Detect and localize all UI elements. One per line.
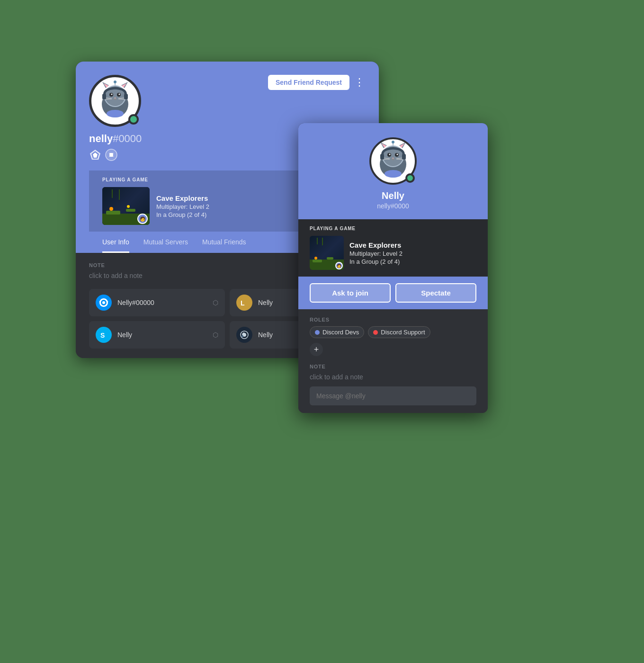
roles-label: ROLES (310, 317, 476, 323)
front-profile-card: Nelly nelly#0000 PLAYING A GAME 🧑 (298, 123, 488, 413)
front-note-field[interactable]: click to add a note (310, 373, 476, 381)
roles-list: Discord Devs Discord Support (310, 326, 476, 338)
league-icon: L (236, 295, 252, 311)
front-playing-section: PLAYING A GAME 🧑 Cave Explorers Multipla… (298, 219, 488, 277)
more-options-button[interactable]: ⋮ (354, 76, 366, 89)
front-online-indicator (405, 173, 415, 183)
back-game-thumbnail: 🧑 (102, 187, 150, 225)
svg-text:S: S (100, 332, 105, 339)
battlenet-link-icon: ⬡ (213, 299, 218, 306)
svg-point-18 (114, 81, 116, 83)
battlenet-account[interactable]: Nelly#00000 ⬡ (89, 289, 225, 316)
front-game-detail2: In a Group (2 of 4) (349, 258, 402, 265)
skype-link-icon: ⬡ (213, 331, 218, 339)
tab-mutual-servers[interactable]: Mutual Servers (143, 232, 188, 253)
back-game-title: Cave Explorers (156, 194, 209, 202)
discord-devs-label: Discord Devs (322, 329, 359, 336)
svg-rect-19 (102, 94, 106, 99)
battlenet-name: Nelly#00000 (117, 299, 207, 306)
front-playing-label: PLAYING A GAME (310, 226, 476, 231)
message-input[interactable] (310, 386, 476, 405)
skype-account[interactable]: S Nelly ⬡ (89, 321, 225, 349)
front-display-name: Nelly (382, 190, 404, 201)
front-game-detail1: Multiplayer: Level 2 (349, 250, 402, 257)
spectate-button[interactable]: Spectate (395, 283, 476, 303)
back-game-detail2: In a Group (2 of 4) (156, 211, 209, 218)
skype-name: Nelly (117, 331, 207, 339)
svg-text:L: L (241, 299, 245, 307)
back-online-indicator (128, 114, 139, 125)
svg-rect-53 (380, 154, 384, 160)
svg-point-45 (397, 154, 398, 155)
svg-point-12 (114, 98, 116, 99)
svg-point-46 (392, 158, 394, 159)
tab-user-info[interactable]: User Info (102, 232, 129, 253)
ask-to-join-button[interactable]: Ask to join (310, 283, 391, 303)
svg-point-44 (389, 154, 391, 155)
svg-point-33 (242, 335, 243, 337)
svg-point-10 (111, 94, 113, 95)
roles-section: ROLES Discord Devs Discord Support + (310, 317, 476, 356)
action-row: Send Friend Request ⋮ (268, 75, 366, 90)
role-discord-devs: Discord Devs (310, 326, 364, 338)
back-username: nelly (89, 133, 113, 145)
front-profile-header: Nelly nelly#0000 (298, 123, 488, 219)
discord-support-dot (373, 330, 378, 335)
send-friend-button[interactable]: Send Friend Request (268, 75, 349, 90)
discord-support-label: Discord Support (381, 329, 425, 336)
svg-point-35 (385, 170, 402, 178)
back-avatar-wrap (89, 75, 141, 127)
front-card-body: ROLES Discord Devs Discord Support + NOT… (298, 309, 488, 413)
svg-point-11 (119, 94, 120, 95)
tab-mutual-friends[interactable]: Mutual Friends (202, 232, 246, 253)
front-avatar-wrap (369, 137, 417, 185)
front-game-thumbnail: 🧑 (310, 236, 344, 270)
back-discriminator: #0000 (113, 133, 142, 145)
svg-point-1 (107, 110, 124, 117)
front-game-row: 🧑 Cave Explorers Multiplayer: Level 2 In… (310, 236, 476, 270)
front-game-info: Cave Explorers Multiplayer: Level 2 In a… (349, 241, 402, 265)
front-game-title: Cave Explorers (349, 241, 402, 249)
skype-icon: S (96, 327, 112, 343)
nitro-badge (105, 149, 117, 161)
back-game-info: Cave Explorers Multiplayer: Level 2 In a… (156, 194, 209, 218)
svg-rect-54 (402, 154, 406, 160)
discord-devs-dot (315, 330, 320, 335)
back-game-detail1: Multiplayer: Level 2 (156, 203, 209, 210)
game-actions-row: Ask to join Spectate (298, 277, 488, 309)
svg-rect-20 (124, 94, 128, 99)
front-note-label: NOTE (310, 364, 476, 369)
svg-point-26 (102, 301, 105, 304)
svg-point-52 (392, 141, 394, 143)
front-username-tag: nelly#0000 (377, 202, 409, 210)
hypesquad-badge (89, 149, 101, 161)
battlenet-icon (96, 295, 112, 311)
add-role-button[interactable]: + (310, 343, 323, 356)
role-discord-support: Discord Support (368, 326, 430, 338)
steam-icon (236, 327, 252, 343)
